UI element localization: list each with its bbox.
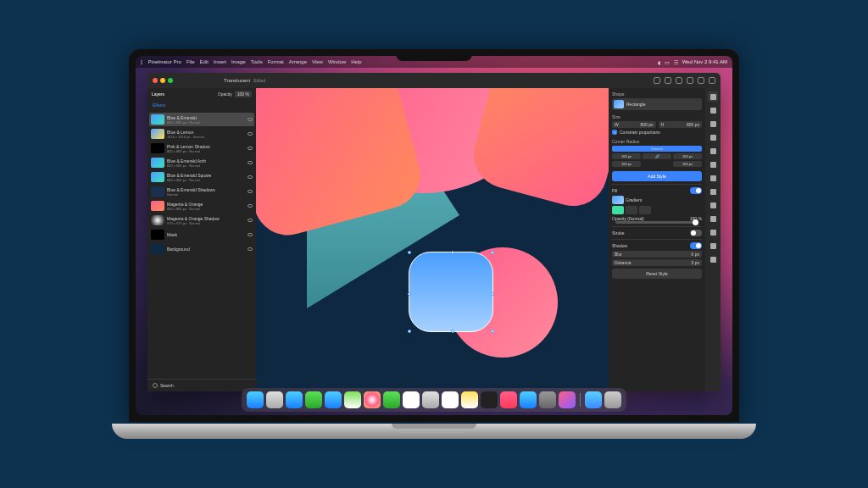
layers-tab[interactable]: Layers [152,92,164,97]
shadow-blur[interactable]: Blur0 px [612,251,702,258]
add-style-button[interactable]: Add Style [612,171,702,181]
dock-mail[interactable] [325,391,342,408]
visibility-icon[interactable] [248,118,253,121]
dock-calendar[interactable] [403,391,420,408]
tool-paint[interactable] [708,159,718,169]
menu-help[interactable]: Help [351,59,361,64]
menu-view[interactable]: View [312,59,323,64]
sidebar-right-icon[interactable] [687,77,693,84]
dock-tv[interactable] [481,391,498,408]
layer-row[interactable]: Blue & Emerald Square 800 x 800 px · Nor… [149,170,254,184]
gradient-angle[interactable] [639,206,651,214]
menu-edit[interactable]: Edit [200,59,209,64]
export-icon[interactable] [676,77,682,84]
share-icon[interactable] [665,77,671,84]
layer-row[interactable]: Mask [149,228,254,241]
inspector-icon[interactable] [698,77,704,84]
dock-settings[interactable] [539,391,556,408]
layer-row[interactable]: Background [149,242,254,256]
effects-row[interactable]: Effects [147,100,256,110]
dock-messages[interactable] [305,391,322,408]
visibility-icon[interactable] [248,147,253,150]
selection-handle[interactable] [451,330,454,333]
visibility-icon[interactable] [248,161,253,164]
dock-music[interactable] [500,391,517,408]
corner-tr[interactable]: 160 px [673,153,702,159]
tool-export[interactable] [708,254,718,264]
opacity-value[interactable]: 100 % [235,91,252,97]
layer-row[interactable]: Blue & Lemon 1016 x 1016 px · Normal [149,127,254,141]
dock-photos[interactable] [364,391,381,408]
visibility-icon[interactable] [248,190,253,193]
visibility-icon[interactable] [248,247,253,251]
menu-window[interactable]: Window [328,59,346,64]
minimize-button[interactable] [160,78,165,83]
menu-image[interactable]: Image [231,59,246,64]
dock-trash[interactable] [604,391,621,408]
maximize-button[interactable] [168,78,173,83]
tool-color[interactable] [708,132,718,142]
dock-pixelmator[interactable] [559,391,576,408]
fill-type-swatch[interactable] [612,196,624,204]
apple-menu-icon[interactable]:  [141,59,143,65]
fill-opacity-slider[interactable] [615,221,698,224]
visibility-icon[interactable] [248,204,253,208]
visibility-icon[interactable] [248,175,253,179]
selection-handle[interactable] [408,330,411,333]
shadow-toggle[interactable] [690,242,702,249]
tool-hand[interactable] [708,241,718,251]
shape-picker[interactable]: Rectangle [612,98,702,110]
corner-link-icon[interactable]: 🔗 [643,153,671,159]
layer-row[interactable]: Blue & Emerald Shadows Normal [149,185,254,198]
layer-row[interactable]: Blue & Emerald 800 x 800 px · Normal [149,113,254,126]
dock-finder[interactable] [247,391,264,408]
tool-crop[interactable] [708,119,718,129]
tool-arrange[interactable] [708,92,718,102]
dock-maps[interactable] [344,391,361,408]
dock-safari[interactable] [286,391,303,408]
dock-launchpad[interactable] [266,391,283,408]
fill-toggle[interactable] [690,187,702,194]
battery-icon[interactable]: ▭ [665,59,670,65]
tool-retouch[interactable] [708,146,718,156]
dock-reminders[interactable] [442,391,459,408]
constrain-checkbox[interactable]: ✓ [612,130,617,135]
tool-erase[interactable] [708,173,718,183]
corner-br[interactable]: 160 px [673,161,702,167]
visibility-icon[interactable] [248,233,253,236]
canvas-shape-top-right[interactable] [466,88,609,214]
corner-mode-button[interactable]: Smooth [612,146,702,152]
gradient-stop-2[interactable] [626,206,637,214]
width-field[interactable]: W800 px [612,121,656,128]
menu-arrange[interactable]: Arrange [289,59,307,64]
dock-contacts[interactable] [422,391,439,408]
tool-shape[interactable] [708,186,718,197]
layer-row[interactable]: Blue & Emerald Arch 800 x 600 px · Norma… [149,156,254,169]
menu-insert[interactable]: Insert [214,59,226,64]
wifi-icon[interactable]: ◖ [658,59,660,65]
dock-downloads[interactable] [585,391,602,408]
layer-row[interactable]: Magenta & Orange Shadow 979 x 979 px · N… [149,214,254,227]
gradient-stop-1[interactable] [612,206,624,214]
visibility-icon[interactable] [248,219,253,222]
menubar-datetime[interactable]: Wed Nov 2 9:41 AM [682,59,727,64]
canvas-shape-selected[interactable] [409,252,493,332]
close-button[interactable] [153,78,158,83]
sidebar-left-icon[interactable] [709,77,715,84]
selection-handle[interactable] [491,292,494,296]
visibility-icon[interactable] [248,132,253,136]
layers-search[interactable]: Search [147,379,256,391]
reset-style-button[interactable]: Reset Style [612,269,702,279]
menu-file[interactable]: File [186,59,195,64]
corner-tl[interactable]: 160 px [612,153,641,159]
layer-row[interactable]: Pink & Lemon Shadow 800 x 800 px · Norma… [149,141,254,155]
layer-row[interactable]: Magenta & Orange 800 x 800 px · Normal [149,199,254,213]
selection-handle[interactable] [408,251,411,254]
tool-style[interactable] [708,105,718,115]
selection-handle[interactable] [491,251,494,254]
app-name[interactable]: Pixelmator Pro [148,59,181,64]
tool-text[interactable] [708,200,718,210]
corner-bl[interactable]: 160 px [612,161,641,167]
menu-tools[interactable]: Tools [251,59,263,64]
selection-handle[interactable] [451,251,454,254]
